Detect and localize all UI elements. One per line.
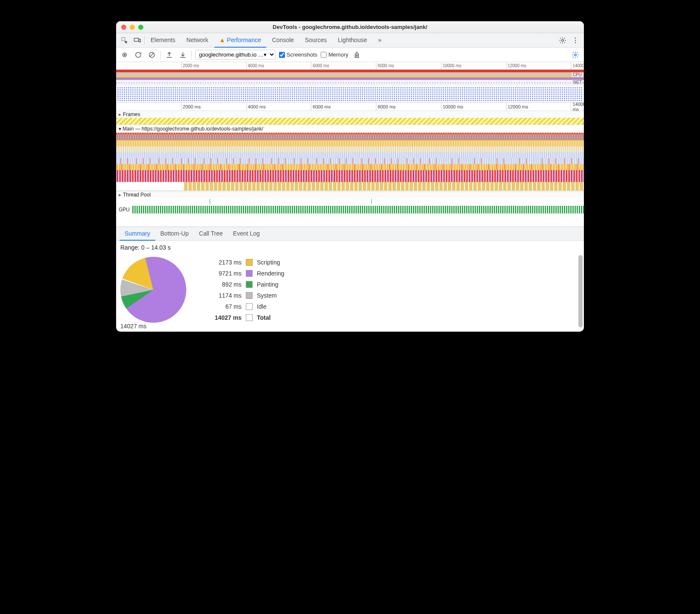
device-toolbar-icon[interactable]: [131, 34, 143, 46]
flame-row[interactable]: [116, 152, 584, 158]
flame-row[interactable]: [116, 146, 584, 152]
legend-ms: 892 ms: [203, 281, 242, 288]
settings-icon[interactable]: [557, 34, 569, 46]
legend-name: Idle: [257, 303, 267, 310]
legend-name: Painting: [257, 281, 279, 288]
svg-point-8: [124, 54, 126, 56]
legend-swatch: [246, 259, 253, 266]
legend-row: 1174 ms System: [203, 290, 285, 301]
legend-ms: 67 ms: [203, 303, 242, 310]
detail-tabstrip: SummaryBottom-UpCall TreeEvent Log: [116, 227, 584, 241]
warning-icon: ▲: [219, 37, 225, 43]
memory-checkbox[interactable]: [321, 52, 327, 58]
tab-performance[interactable]: ▲Performance: [214, 33, 266, 48]
gpu-track[interactable]: GPU: [116, 205, 584, 214]
vertical-scrollbar[interactable]: [578, 255, 583, 327]
detail-tab-summary[interactable]: Summary: [120, 227, 155, 241]
tab-elements[interactable]: Elements: [145, 33, 180, 48]
flame-row[interactable]: [116, 164, 584, 170]
download-profile-button[interactable]: [178, 50, 188, 60]
devtools-window: DevTools - googlechrome.github.io/devtoo…: [116, 21, 584, 332]
range-label: Range: 0 – 14.03 s: [116, 241, 584, 251]
inspect-element-icon[interactable]: [119, 34, 131, 46]
ruler-tick: 14000 ms: [571, 103, 584, 111]
detail-tab-event-log[interactable]: Event Log: [228, 227, 265, 241]
ruler-tick: 6000 ms: [311, 103, 330, 111]
tab-sources[interactable]: Sources: [300, 33, 332, 48]
legend-ms: 1174 ms: [203, 292, 242, 299]
main-track-header[interactable]: ▾ Main — https://googlechrome.github.io/…: [116, 125, 584, 133]
legend-name: Rendering: [257, 270, 285, 277]
flame-row[interactable]: [184, 182, 584, 190]
detail-tab-call-tree[interactable]: Call Tree: [194, 227, 228, 241]
tabs-overflow[interactable]: »: [373, 33, 387, 48]
svg-point-3: [562, 39, 564, 41]
gpu-bars[interactable]: [132, 206, 584, 213]
flame-row[interactable]: [116, 158, 584, 164]
legend-name: Total: [257, 314, 270, 321]
ruler-tick: 12000 ms: [506, 62, 526, 70]
donut-center-label: 14027 ms: [120, 323, 186, 330]
tab-network[interactable]: Network: [181, 33, 213, 48]
legend-name: Scripting: [257, 259, 280, 266]
overview-ruler[interactable]: 2000 ms4000 ms6000 ms8000 ms10000 ms1200…: [116, 62, 584, 70]
threadpool-label: Thread Pool: [123, 192, 151, 198]
threadpool-track[interactable]: [116, 198, 584, 205]
legend-total-row: 14027 ms Total: [203, 312, 285, 323]
legend-ms: 14027 ms: [203, 314, 242, 321]
ruler-tick: 12000 ms: [506, 103, 528, 111]
svg-rect-1: [134, 38, 139, 41]
overview-panel[interactable]: 2000 ms4000 ms6000 ms8000 ms10000 ms1200…: [116, 62, 584, 111]
screenshots-checkbox[interactable]: [279, 52, 285, 58]
upload-profile-button[interactable]: [164, 50, 174, 60]
capture-settings-icon[interactable]: [570, 50, 580, 60]
ruler-tick: 8000 ms: [376, 103, 396, 111]
flame-ruler[interactable]: 2000 ms4000 ms6000 ms8000 ms10000 ms1200…: [116, 103, 584, 111]
tab-console[interactable]: Console: [267, 33, 299, 48]
reload-record-button[interactable]: [133, 50, 143, 60]
main-flame-chart[interactable]: [116, 133, 584, 191]
legend-swatch: [246, 314, 253, 321]
collapse-icon: ▾: [119, 126, 121, 132]
memory-label: Memory: [328, 51, 348, 58]
legend-row: 67 ms Idle: [203, 301, 285, 312]
tab-performance-label: Performance: [227, 37, 261, 43]
svg-rect-0: [122, 37, 125, 41]
target-select[interactable]: googlechrome.github.io …▾: [195, 50, 276, 60]
screenshot-filmstrip[interactable]: [116, 86, 584, 103]
frames-track-header[interactable]: ▸Frames: [116, 111, 584, 118]
net-label: NET: [572, 80, 583, 85]
ruler-tick: 8000 ms: [376, 62, 394, 70]
net-overview[interactable]: NET: [116, 80, 584, 86]
kebab-menu-icon[interactable]: [569, 34, 581, 46]
screenshots-toggle[interactable]: Screenshots: [279, 51, 317, 58]
flame-row[interactable]: [116, 140, 584, 146]
svg-point-11: [575, 54, 577, 56]
svg-point-5: [575, 40, 576, 40]
legend-ms: 9721 ms: [203, 270, 242, 277]
legend-swatch: [246, 303, 253, 310]
svg-point-6: [575, 42, 576, 43]
record-button[interactable]: [120, 50, 130, 60]
legend-ms: 2173 ms: [203, 259, 242, 266]
svg-point-4: [575, 37, 576, 38]
memory-toggle[interactable]: Memory: [321, 51, 348, 58]
threadpool-header[interactable]: ▸Thread Pool: [116, 191, 584, 198]
summary-panel: 14027 ms 2173 ms Scripting9721 ms Render…: [116, 251, 584, 332]
expand-icon: ▸: [119, 111, 121, 117]
flame-row[interactable]: [116, 170, 584, 176]
legend-row: 2173 ms Scripting: [203, 257, 285, 268]
performance-toolbar: googlechrome.github.io …▾ Screenshots Me…: [116, 48, 584, 62]
cpu-overview[interactable]: CPU: [116, 72, 584, 80]
legend-row: 892 ms Painting: [203, 279, 285, 290]
frames-track[interactable]: [116, 118, 584, 125]
ruler-tick: 10000 ms: [441, 103, 463, 111]
flame-row[interactable]: [116, 176, 584, 182]
detail-tab-bottom-up[interactable]: Bottom-Up: [155, 227, 194, 241]
tab-lighthouse[interactable]: Lighthouse: [333, 33, 372, 48]
collect-garbage-button[interactable]: [352, 50, 362, 60]
flame-row[interactable]: [116, 134, 584, 140]
cpu-label: CPU: [572, 72, 583, 77]
clear-button[interactable]: [147, 50, 157, 60]
ruler-tick: 6000 ms: [311, 62, 329, 70]
